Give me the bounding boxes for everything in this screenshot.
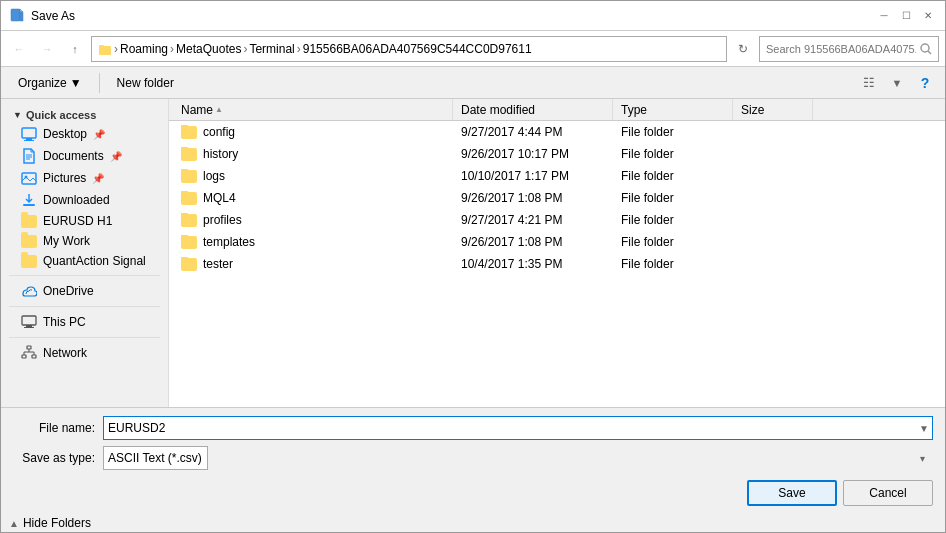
file-name-cell: logs bbox=[173, 169, 453, 183]
sidebar-divider-2 bbox=[9, 306, 160, 307]
svg-rect-8 bbox=[26, 138, 32, 140]
file-name-text: logs bbox=[203, 169, 225, 183]
toolbar-separator bbox=[99, 73, 100, 93]
svg-rect-19 bbox=[27, 346, 31, 349]
eurusd-folder-icon bbox=[21, 215, 37, 228]
folder-icon bbox=[181, 148, 197, 161]
cancel-button[interactable]: Cancel bbox=[843, 480, 933, 506]
organize-button[interactable]: Organize ▼ bbox=[9, 71, 91, 95]
organize-chevron-icon: ▼ bbox=[70, 76, 82, 90]
column-size-header[interactable]: Size bbox=[733, 99, 813, 120]
filename-input[interactable] bbox=[103, 416, 933, 440]
column-date-header[interactable]: Date modified bbox=[453, 99, 613, 120]
dialog-title: Save As bbox=[31, 9, 75, 23]
close-button[interactable]: ✕ bbox=[919, 7, 937, 25]
file-type-cell: File folder bbox=[613, 191, 733, 205]
onedrive-icon bbox=[21, 283, 37, 299]
breadcrumb-roaming[interactable]: Roaming bbox=[120, 42, 168, 56]
file-date-cell: 9/26/2017 1:08 PM bbox=[453, 191, 613, 205]
breadcrumb-item bbox=[98, 42, 112, 56]
documents-icon bbox=[21, 148, 37, 164]
main-area: ▼ Quick access Desktop 📌 bbox=[1, 99, 945, 407]
up-button[interactable]: ↑ bbox=[63, 37, 87, 61]
computer-icon bbox=[21, 314, 37, 330]
file-name-text: templates bbox=[203, 235, 255, 249]
view-options-button[interactable]: ☷ bbox=[857, 71, 881, 95]
search-input[interactable] bbox=[766, 43, 916, 55]
savetype-select[interactable]: ASCII Text (*.csv) bbox=[103, 446, 208, 470]
folder-icon bbox=[181, 126, 197, 139]
breadcrumb-bar[interactable]: › Roaming › MetaQuotes › Terminal › 9155… bbox=[91, 36, 727, 62]
svg-rect-2 bbox=[20, 12, 23, 21]
file-name-cell: templates bbox=[173, 235, 453, 249]
breadcrumb-terminal[interactable]: Terminal bbox=[249, 42, 294, 56]
sidebar-item-desktop[interactable]: Desktop 📌 bbox=[1, 123, 168, 145]
view-chevron-button[interactable]: ▼ bbox=[885, 71, 909, 95]
col-type-label: Type bbox=[621, 103, 647, 117]
savetype-wrapper: ASCII Text (*.csv) bbox=[103, 446, 933, 470]
svg-rect-4 bbox=[99, 45, 104, 48]
sidebar-item-pictures[interactable]: Pictures 📌 bbox=[1, 167, 168, 189]
svg-line-6 bbox=[928, 51, 931, 54]
sidebar-item-mywork[interactable]: My Work bbox=[1, 231, 168, 251]
table-row[interactable]: history 9/26/2017 10:17 PM File folder bbox=[169, 143, 945, 165]
search-bar[interactable] bbox=[759, 36, 939, 62]
refresh-button[interactable]: ↻ bbox=[731, 37, 755, 61]
sidebar-item-network[interactable]: Network bbox=[1, 342, 168, 364]
sidebar-item-onedrive[interactable]: OneDrive bbox=[1, 280, 168, 302]
quick-access-header: ▼ Quick access bbox=[1, 103, 168, 123]
svg-rect-9 bbox=[24, 140, 34, 141]
cancel-label: Cancel bbox=[869, 486, 906, 500]
hide-folders-chevron-icon: ▲ bbox=[9, 518, 19, 529]
sidebar: ▼ Quick access Desktop 📌 bbox=[1, 99, 169, 407]
title-bar: Save As ─ ☐ ✕ bbox=[1, 1, 945, 31]
breadcrumb-hash[interactable]: 915566BA06ADA407569C544CC0D97611 bbox=[303, 42, 532, 56]
svg-rect-17 bbox=[26, 325, 32, 327]
save-button[interactable]: Save bbox=[747, 480, 837, 506]
savetype-row: Save as type: ASCII Text (*.csv) bbox=[13, 446, 933, 470]
folder-icon bbox=[181, 236, 197, 249]
col-size-label: Size bbox=[741, 103, 764, 117]
file-type-cell: File folder bbox=[613, 235, 733, 249]
table-row[interactable]: logs 10/10/2017 1:17 PM File folder bbox=[169, 165, 945, 187]
svg-rect-15 bbox=[23, 204, 35, 206]
new-folder-button[interactable]: New folder bbox=[108, 71, 183, 95]
sort-arrow-icon: ▲ bbox=[215, 105, 223, 114]
forward-button[interactable]: → bbox=[35, 37, 59, 61]
organize-label: Organize bbox=[18, 76, 67, 90]
breadcrumb-metaquotes[interactable]: MetaQuotes bbox=[176, 42, 241, 56]
help-button[interactable]: ? bbox=[913, 71, 937, 95]
file-type-cell: File folder bbox=[613, 213, 733, 227]
column-name-header[interactable]: Name ▲ bbox=[173, 99, 453, 120]
svg-rect-7 bbox=[22, 128, 36, 138]
sidebar-item-downloaded[interactable]: Downloaded bbox=[1, 189, 168, 211]
sidebar-divider-1 bbox=[9, 275, 160, 276]
sidebar-divider-3 bbox=[9, 337, 160, 338]
save-label: Save bbox=[778, 486, 805, 500]
sidebar-item-quantaction[interactable]: QuantAction Signal bbox=[1, 251, 168, 271]
col-name-label: Name bbox=[181, 103, 213, 117]
hide-folders-row[interactable]: ▲ Hide Folders bbox=[1, 514, 945, 532]
sidebar-item-documents[interactable]: Documents 📌 bbox=[1, 145, 168, 167]
file-type-cell: File folder bbox=[613, 169, 733, 183]
table-row[interactable]: MQL4 9/26/2017 1:08 PM File folder bbox=[169, 187, 945, 209]
back-button[interactable]: ← bbox=[7, 37, 31, 61]
bottom-bar: File name: ▼ Save as type: ASCII Text (*… bbox=[1, 407, 945, 514]
maximize-button[interactable]: ☐ bbox=[897, 7, 915, 25]
table-row[interactable]: profiles 9/27/2017 4:21 PM File folder bbox=[169, 209, 945, 231]
file-name-text: history bbox=[203, 147, 238, 161]
table-row[interactable]: templates 9/26/2017 1:08 PM File folder bbox=[169, 231, 945, 253]
sidebar-item-eurusd[interactable]: EURUSD H1 bbox=[1, 211, 168, 231]
minimize-button[interactable]: ─ bbox=[875, 7, 893, 25]
folder-icon bbox=[181, 214, 197, 227]
sidebar-item-thispc[interactable]: This PC bbox=[1, 311, 168, 333]
file-date-cell: 9/27/2017 4:21 PM bbox=[453, 213, 613, 227]
column-type-header[interactable]: Type bbox=[613, 99, 733, 120]
table-row[interactable]: config 9/27/2017 4:44 PM File folder bbox=[169, 121, 945, 143]
folder-breadcrumb-icon bbox=[98, 42, 112, 56]
col-date-label: Date modified bbox=[461, 103, 535, 117]
file-type-cell: File folder bbox=[613, 147, 733, 161]
file-name-cell: MQL4 bbox=[173, 191, 453, 205]
desktop-pin-icon: 📌 bbox=[93, 129, 105, 140]
table-row[interactable]: tester 10/4/2017 1:35 PM File folder bbox=[169, 253, 945, 275]
